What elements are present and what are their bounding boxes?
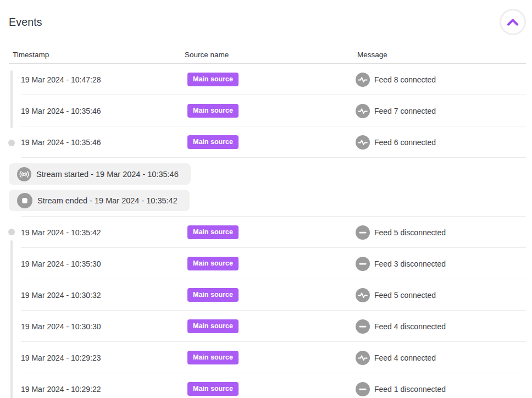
pulse-icon: [356, 73, 370, 87]
source-cell: Main source: [176, 351, 348, 364]
feed-status-icon: [356, 73, 370, 87]
feed-status-icon: [356, 225, 370, 240]
source-badge: Main source: [187, 319, 239, 333]
message-cell: Feed 1 disconnected: [348, 382, 526, 396]
timestamp-cell: 19 Mar 2024 - 10:35:42: [9, 228, 176, 237]
source-badge: Main source: [187, 382, 239, 396]
stream-marker-icon: [17, 193, 32, 208]
stream-marker: Stream ended - 19 Mar 2024 - 10:35:42: [9, 190, 190, 211]
feed-status-icon: [356, 382, 370, 396]
broadcast-icon: [17, 167, 31, 181]
timestamp-cell: 19 Mar 2024 - 10:35:46: [9, 107, 176, 115]
source-cell: Main source: [176, 257, 348, 270]
page-title: Events: [9, 16, 42, 29]
feed-status-icon: [356, 288, 370, 302]
panel-header: Events: [9, 0, 526, 35]
message-text: Feed 4 connected: [374, 353, 436, 362]
stream-marker-label: Stream started - 19 Mar 2024 - 10:35:46: [36, 170, 179, 179]
chevron-up-icon: [507, 18, 519, 26]
table-header-row: Timestamp Source name Message: [9, 51, 526, 64]
message-cell: Feed 8 connected: [348, 73, 526, 87]
events-list: 19 Mar 2024 - 10:47:28 Main source Feed …: [9, 64, 526, 398]
message-text: Feed 7 connected: [374, 107, 436, 115]
table-row: 19 Mar 2024 - 10:47:28 Main source Feed …: [9, 64, 526, 95]
message-cell: Feed 4 connected: [348, 351, 526, 365]
stream-marker-label: Stream ended - 19 Mar 2024 - 10:35:42: [37, 196, 178, 205]
source-badge: Main source: [187, 135, 239, 149]
stream-marker: Stream started - 19 Mar 2024 - 10:35:46: [9, 163, 191, 185]
message-cell: Feed 5 disconnected: [348, 225, 526, 240]
message-text: Feed 5 connected: [374, 291, 436, 300]
feed-status-icon: [356, 257, 370, 271]
events-panel: Events Timestamp Source name Message 19 …: [0, 0, 532, 398]
source-badge: Main source: [187, 73, 239, 86]
stream-marker-icon: [17, 167, 31, 181]
feed-status-icon: [356, 104, 370, 118]
timestamp-cell: 19 Mar 2024 - 10:35:46: [9, 138, 176, 147]
table-row: 19 Mar 2024 - 10:35:46 Main source Feed …: [9, 126, 526, 158]
timestamp-cell: 19 Mar 2024 - 10:30:30: [9, 322, 176, 331]
table-row: 19 Mar 2024 - 10:35:46 Main source Feed …: [9, 95, 526, 126]
message-text: Feed 8 connected: [374, 75, 436, 84]
table-row: 19 Mar 2024 - 10:35:30 Main source Feed …: [9, 248, 526, 279]
pulse-icon: [356, 135, 370, 150]
minus-icon: [356, 225, 370, 240]
source-cell: Main source: [176, 73, 348, 86]
collapse-panel-button[interactable]: [500, 9, 526, 35]
column-header-source-name: Source name: [176, 51, 348, 59]
table-row: 19 Mar 2024 - 10:35:42 Main source Feed …: [9, 217, 526, 248]
feed-status-icon: [356, 319, 370, 334]
table-row: 19 Mar 2024 - 10:30:30 Main source Feed …: [9, 311, 526, 342]
table-row: 19 Mar 2024 - 10:29:22 Main source Feed …: [9, 373, 526, 398]
message-cell: Feed 6 connected: [348, 135, 526, 150]
message-text: Feed 1 disconnected: [374, 385, 446, 394]
feed-status-icon: [356, 135, 370, 150]
timestamp-cell: 19 Mar 2024 - 10:30:32: [9, 291, 176, 300]
timestamp-cell: 19 Mar 2024 - 10:47:28: [9, 75, 176, 84]
message-cell: Feed 5 connected: [348, 288, 526, 302]
pulse-icon: [356, 351, 370, 365]
timestamp-cell: 19 Mar 2024 - 10:29:22: [9, 385, 176, 394]
source-badge: Main source: [187, 351, 239, 364]
table-row: 19 Mar 2024 - 10:29:23 Main source Feed …: [9, 342, 526, 373]
source-cell: Main source: [176, 382, 348, 396]
column-header-message: Message: [348, 51, 526, 59]
rows-before-stream: 19 Mar 2024 - 10:47:28 Main source Feed …: [9, 64, 526, 158]
source-badge: Main source: [187, 104, 239, 118]
pulse-icon: [356, 288, 370, 302]
message-text: Feed 3 disconnected: [374, 259, 446, 268]
feed-status-icon: [356, 351, 370, 365]
timestamp-cell: 19 Mar 2024 - 10:35:30: [9, 259, 176, 268]
stop-icon: [17, 193, 32, 208]
message-text: Feed 6 connected: [374, 138, 436, 147]
timestamp-cell: 19 Mar 2024 - 10:29:23: [9, 353, 176, 362]
pulse-icon: [356, 104, 370, 118]
table-row: 19 Mar 2024 - 10:30:32 Main source Feed …: [9, 279, 526, 311]
message-cell: Feed 3 disconnected: [348, 257, 526, 271]
message-cell: Feed 7 connected: [348, 104, 526, 118]
stream-markers: Stream started - 19 Mar 2024 - 10:35:46 …: [9, 158, 526, 216]
minus-icon: [356, 319, 370, 334]
source-cell: Main source: [176, 319, 348, 333]
source-cell: Main source: [176, 288, 348, 302]
minus-icon: [356, 257, 370, 271]
source-cell: Main source: [176, 104, 348, 118]
source-cell: Main source: [176, 135, 348, 149]
message-cell: Feed 4 disconnected: [348, 319, 526, 334]
source-badge: Main source: [187, 288, 239, 302]
message-text: Feed 4 disconnected: [374, 322, 446, 331]
source-badge: Main source: [187, 225, 239, 239]
message-text: Feed 5 disconnected: [374, 228, 446, 237]
column-header-timestamp: Timestamp: [9, 51, 176, 59]
rows-after-stream: 19 Mar 2024 - 10:35:42 Main source Feed …: [9, 217, 526, 398]
minus-icon: [356, 382, 370, 396]
source-cell: Main source: [176, 225, 348, 239]
source-badge: Main source: [187, 257, 239, 270]
